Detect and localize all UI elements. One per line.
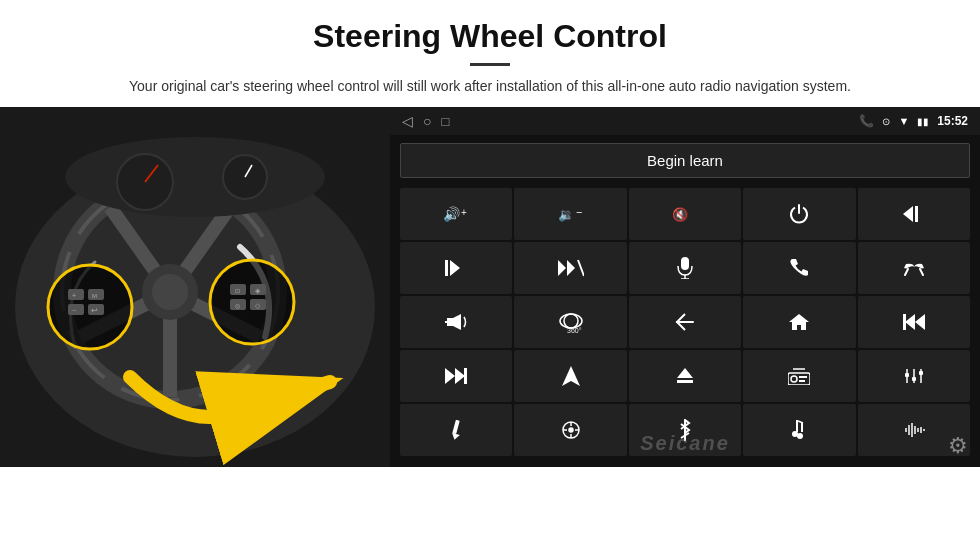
svg-rect-47: [681, 257, 689, 270]
svg-text:⊡: ⊡: [235, 288, 240, 294]
wifi-icon: ▼: [898, 115, 909, 127]
phone-call-button[interactable]: [743, 242, 855, 294]
page-title: Steering Wheel Control: [60, 18, 920, 55]
svg-point-68: [791, 376, 797, 382]
watermark: Seicane: [640, 432, 730, 455]
svg-line-51: [920, 269, 923, 275]
navigation-button[interactable]: [514, 350, 626, 402]
svg-line-50: [905, 269, 908, 275]
skip-back-button[interactable]: [858, 296, 970, 348]
status-bar: ◁ ○ □ 📞 ⊙ ▼ ▮▮ 15:52: [390, 107, 980, 135]
svg-line-46: [578, 260, 584, 276]
horn-button[interactable]: [400, 296, 512, 348]
svg-marker-78: [451, 433, 460, 440]
svg-text:+: +: [72, 292, 76, 299]
status-bar-info: 📞 ⊙ ▼ ▮▮ 15:52: [859, 114, 968, 128]
power-button[interactable]: [743, 188, 855, 240]
content-row: + M − ↩ ⊡ ◈ ◎ ◇: [0, 107, 980, 548]
prev-track-button[interactable]: [858, 188, 970, 240]
cam-360-button[interactable]: 360°: [514, 296, 626, 348]
svg-rect-74: [912, 377, 916, 381]
svg-point-54: [564, 314, 578, 328]
svg-text:🔊: 🔊: [443, 206, 461, 223]
vol-up-button[interactable]: 🔊+: [400, 188, 512, 240]
controls-grid: 🔊+ 🔉− 🔇: [390, 186, 980, 458]
phone-icon: 📞: [859, 114, 874, 128]
svg-text:↩: ↩: [91, 306, 98, 315]
svg-marker-57: [789, 314, 809, 330]
svg-point-10: [152, 274, 188, 310]
svg-rect-42: [445, 260, 448, 276]
header-section: Steering Wheel Control Your original car…: [0, 0, 980, 107]
menu-circle-button[interactable]: [514, 404, 626, 456]
back-icon: ◁: [402, 113, 413, 129]
svg-point-80: [569, 428, 573, 432]
svg-point-11: [65, 137, 325, 217]
next-track-button[interactable]: [400, 242, 512, 294]
music-button[interactable]: [743, 404, 855, 456]
battery-icon: ▮▮: [917, 116, 929, 127]
fast-fwd-button[interactable]: [400, 350, 512, 402]
svg-marker-45: [567, 260, 575, 276]
svg-text:◎: ◎: [235, 303, 240, 309]
svg-text:M: M: [92, 293, 97, 299]
svg-point-90: [797, 433, 803, 439]
svg-rect-69: [799, 376, 807, 378]
svg-marker-64: [562, 366, 580, 386]
page-wrapper: Steering Wheel Control Your original car…: [0, 0, 980, 548]
svg-marker-62: [455, 368, 465, 384]
pen-button[interactable]: [400, 404, 512, 456]
svg-rect-76: [919, 371, 923, 375]
clock: 15:52: [937, 114, 968, 128]
svg-text:🔇: 🔇: [672, 206, 689, 223]
svg-text:360°: 360°: [567, 327, 582, 333]
hang-up-button[interactable]: [858, 242, 970, 294]
mic-button[interactable]: [629, 242, 741, 294]
steering-wheel-illustration: + M − ↩ ⊡ ◈ ◎ ◇: [0, 107, 390, 467]
vol-down-button[interactable]: 🔉−: [514, 188, 626, 240]
steering-section: + M − ↩ ⊡ ◈ ◎ ◇: [0, 107, 390, 467]
svg-marker-61: [445, 368, 455, 384]
svg-line-88: [798, 421, 803, 423]
svg-marker-44: [558, 260, 566, 276]
home-icon: ○: [423, 113, 431, 129]
svg-rect-66: [677, 380, 693, 383]
steering-bg: + M − ↩ ⊡ ◈ ◎ ◇: [0, 107, 390, 467]
recent-icon: □: [441, 114, 449, 129]
svg-text:−: −: [72, 307, 76, 314]
eject-button[interactable]: [629, 350, 741, 402]
back-nav-button[interactable]: [629, 296, 741, 348]
svg-rect-86: [796, 420, 798, 432]
svg-marker-65: [677, 368, 693, 378]
equalizer-button[interactable]: [858, 350, 970, 402]
svg-marker-43: [450, 260, 460, 276]
svg-text:−: −: [576, 206, 582, 218]
subtitle: Your original car's steering wheel contr…: [100, 76, 880, 97]
location-icon: ⊙: [882, 116, 890, 127]
begin-learn-row: Begin learn: [390, 135, 980, 186]
svg-rect-72: [905, 373, 909, 377]
svg-rect-77: [452, 420, 459, 434]
home-nav-button[interactable]: [743, 296, 855, 348]
svg-marker-59: [905, 314, 915, 330]
radio-button[interactable]: [743, 350, 855, 402]
svg-rect-63: [464, 368, 467, 384]
display-section: ◁ ○ □ 📞 ⊙ ▼ ▮▮ 15:52 Begin learn: [390, 107, 980, 467]
svg-rect-60: [903, 314, 906, 330]
svg-rect-41: [915, 206, 918, 222]
title-divider: [470, 63, 510, 66]
svg-marker-58: [915, 314, 925, 330]
svg-rect-70: [799, 380, 805, 382]
svg-marker-40: [903, 206, 913, 222]
settings-icon[interactable]: ⚙: [948, 433, 968, 459]
svg-text:+: +: [461, 207, 467, 218]
status-bar-nav: ◁ ○ □: [402, 113, 449, 129]
svg-marker-52: [447, 314, 461, 330]
mute-button[interactable]: 🔇: [629, 188, 741, 240]
begin-learn-button[interactable]: Begin learn: [400, 143, 970, 178]
skip-mute-button[interactable]: [514, 242, 626, 294]
svg-text:🔉: 🔉: [558, 206, 575, 223]
